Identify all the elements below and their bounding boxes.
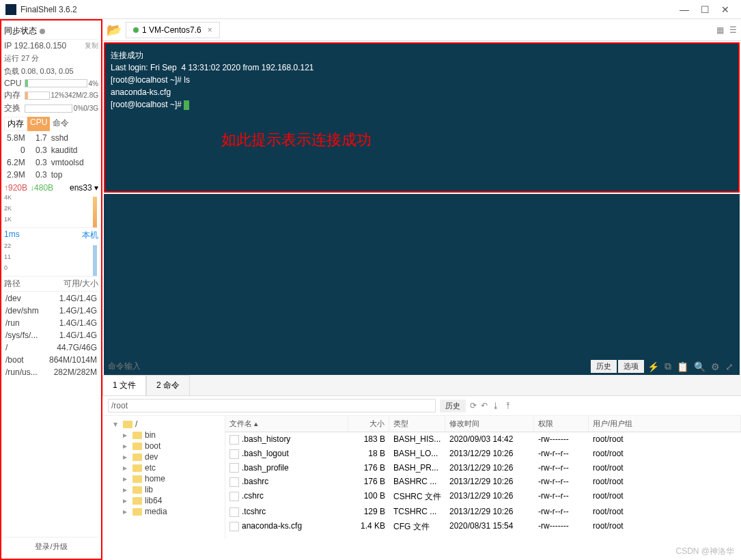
uptime-text: 运行 27 分 — [4, 52, 98, 65]
mem-label: 内存 — [4, 89, 23, 101]
tab-label: 1 VM-Centos7.6 — [142, 25, 201, 35]
fs-header: 路径 可用/大小 — [4, 277, 98, 292]
expand-icon[interactable]: ⤢ — [723, 361, 736, 372]
file-row[interactable]: .tcshrc129 BTCSHRC ...2013/12/29 10:26-r… — [225, 505, 741, 519]
app-logo-icon — [5, 4, 16, 15]
cpu-label: CPU — [4, 79, 23, 88]
proc-mem-col[interactable]: 内存 — [4, 117, 27, 131]
fs-row: /sys/fs/...1.4G/1.4G — [5, 330, 97, 341]
folder-icon — [132, 443, 142, 450]
file-row[interactable]: anaconda-ks.cfg1.4 KBCFG 文件2020/08/31 15… — [225, 519, 741, 535]
folder-icon — [132, 508, 142, 516]
ytick: 0 — [4, 264, 8, 271]
file-icon — [229, 435, 239, 445]
ytick: 11 — [4, 253, 11, 260]
fs-row: /dev1.4G/1.4G — [5, 293, 97, 304]
tree-item: ▸media — [105, 506, 222, 517]
latency-value: 1ms — [4, 229, 20, 241]
cursor-icon — [184, 100, 189, 110]
folder-icon — [132, 486, 142, 494]
login-upgrade-link[interactable]: 登录/升级 — [4, 537, 98, 556]
terminal-area[interactable]: 连接成功 Last login: Fri Sep 4 13:31:02 2020… — [104, 42, 740, 193]
copy-icon[interactable]: ⧉ — [662, 361, 673, 372]
col-date[interactable]: 修改时间 — [445, 416, 534, 432]
file-row[interactable]: .bash_logout18 BBASH_LO...2013/12/29 10:… — [225, 447, 741, 461]
settings-icon[interactable]: ⚙ — [709, 361, 722, 372]
terminal-output[interactable]: 连接成功 Last login: Fri Sep 4 13:31:02 2020… — [105, 44, 738, 191]
command-input[interactable]: 命令输入 — [108, 361, 591, 372]
proc-row: 2.9M0.3top — [5, 169, 97, 180]
ip-text: IP 192.168.0.150 — [4, 41, 66, 51]
fs-row: /boot864M/1014M — [5, 354, 97, 365]
folder-tree[interactable]: ▾/ ▸bin ▸boot ▸dev ▸etc ▸home ▸lib ▸lib6… — [102, 416, 225, 539]
cpu-value: 4% — [89, 80, 98, 87]
tab-close-icon[interactable]: × — [208, 25, 212, 35]
options-button[interactable]: 选项 — [618, 360, 644, 373]
net-graph: 4K 2K 1K — [4, 194, 98, 228]
sync-status-row: 同步状态 — [4, 23, 98, 40]
menu-icon[interactable]: ☰ — [729, 25, 737, 35]
proc-cpu-col[interactable]: CPU — [27, 117, 50, 131]
paste-icon[interactable]: 📋 — [675, 361, 690, 372]
copy-button[interactable]: 复制 — [85, 41, 98, 51]
download-icon[interactable]: ⭳ — [492, 401, 500, 410]
swap-row: 交换 0% 0/3G — [4, 102, 98, 115]
back-icon[interactable]: ↶ — [481, 401, 488, 410]
top-toolbar: 📂 1 VM-Centos7.6 × ▦ ☰ — [102, 19, 741, 41]
file-icon — [229, 522, 239, 531]
proc-cmd-col[interactable]: 命令 — [50, 117, 72, 131]
net-iface-dropdown[interactable]: ens33 ▾ — [70, 183, 98, 193]
file-row[interactable]: .bash_history183 BBASH_HIS...2020/09/03 … — [225, 432, 741, 447]
file-browser: ▾/ ▸bin ▸boot ▸dev ▸etc ▸home ▸lib ▸lib6… — [102, 416, 741, 539]
network-row: ↑920B ↓480B ens33 ▾ — [4, 182, 98, 194]
col-size[interactable]: 大小 — [348, 416, 389, 432]
fs-path-hdr: 路径 — [4, 278, 35, 290]
ytick: 2K — [4, 205, 12, 212]
open-folder-icon[interactable]: 📂 — [107, 23, 122, 38]
maximize-button[interactable]: ☐ — [695, 4, 715, 15]
panel-tabs: 1 文件 2 命令 — [102, 375, 741, 396]
annotation-text: 如此提示表示连接成功 — [221, 130, 372, 150]
upload-icon[interactable]: ⭱ — [504, 401, 512, 410]
path-input[interactable] — [108, 399, 436, 412]
tab-files[interactable]: 1 文件 — [102, 375, 146, 395]
file-icon — [229, 449, 239, 459]
process-header[interactable]: 内存 CPU 命令 — [4, 117, 98, 131]
history-button[interactable]: 历史 — [591, 360, 617, 373]
col-perm[interactable]: 权限 — [534, 416, 589, 432]
file-list-header[interactable]: 文件名 ▴ 大小 类型 修改时间 权限 用户/用户组 — [225, 416, 741, 432]
fs-table: /dev1.4G/1.4G /dev/shm1.4G/1.4G /run1.4G… — [4, 292, 98, 379]
col-type[interactable]: 类型 — [389, 416, 445, 432]
grid-icon[interactable]: ▦ — [716, 25, 724, 35]
mem-value: 342M/2.8G — [65, 92, 98, 99]
tab-commands[interactable]: 2 命令 — [146, 375, 190, 395]
ip-row: IP 192.168.0.150 复制 — [4, 40, 98, 52]
folder-icon — [132, 432, 142, 439]
cpu-bar — [25, 79, 87, 87]
proc-row: 00.3kauditd — [5, 145, 97, 156]
terminal-continuation[interactable] — [104, 194, 740, 358]
close-button[interactable]: ✕ — [715, 4, 736, 15]
minimize-button[interactable]: — — [674, 4, 695, 15]
refresh-icon[interactable]: ⟳ — [470, 401, 477, 410]
bolt-icon[interactable]: ⚡ — [645, 361, 661, 372]
swap-label: 交换 — [4, 102, 23, 114]
latency-row: 1ms 本机 — [4, 228, 98, 242]
col-name[interactable]: 文件名 ▴ — [225, 416, 348, 432]
mem-bar — [25, 92, 50, 100]
file-history-button[interactable]: 历史 — [440, 400, 466, 412]
fs-row: /run1.4G/1.4G — [5, 318, 97, 328]
search-icon[interactable]: 🔍 — [692, 361, 708, 372]
folder-icon — [132, 497, 142, 505]
titlebar: FinalShell 3.6.2 — ☐ ✕ — [0, 0, 741, 19]
ytick: 22 — [4, 242, 11, 249]
file-row[interactable]: .bashrc176 BBASHRC ...2013/12/29 10:26-r… — [225, 475, 741, 489]
tree-item: ▸etc — [105, 462, 222, 473]
file-row[interactable]: .cshrc100 BCSHRC 文件2013/12/29 10:26-rw-r… — [225, 489, 741, 505]
ssh-tab[interactable]: 1 VM-Centos7.6 × — [126, 22, 220, 38]
file-row[interactable]: .bash_profile176 BBASH_PR...2013/12/29 1… — [225, 461, 741, 475]
local-label[interactable]: 本机 — [82, 229, 98, 241]
load-text: 负载 0.08, 0.03, 0.05 — [4, 65, 98, 78]
col-own[interactable]: 用户/用户组 — [589, 416, 741, 432]
file-list[interactable]: 文件名 ▴ 大小 类型 修改时间 权限 用户/用户组 .bash_history… — [225, 416, 741, 539]
